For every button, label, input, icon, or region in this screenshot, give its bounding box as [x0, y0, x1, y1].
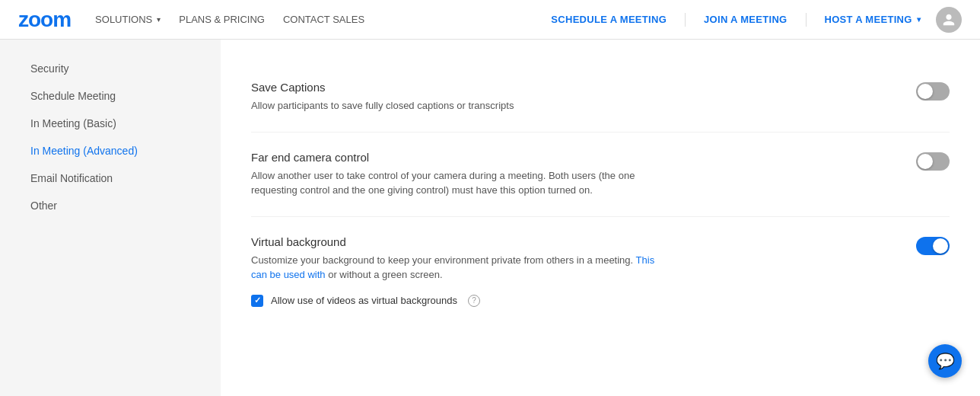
save-captions-toggle-container: [916, 81, 950, 101]
virtual-background-toggle[interactable]: [916, 237, 950, 255]
save-captions-title: Save Captions: [251, 81, 886, 94]
setting-save-captions: Save Captions Allow participants to save…: [251, 62, 950, 133]
header-right: SCHEDULE A MEETING JOIN A MEETING HOST A…: [551, 7, 962, 33]
setting-save-captions-info: Save Captions Allow participants to save…: [251, 81, 916, 113]
virtual-background-toggle-knob: [933, 238, 948, 254]
virtual-background-toggle-container: [916, 235, 950, 255]
zoom-logo[interactable]: zoom: [18, 8, 71, 32]
far-end-camera-toggle[interactable]: [916, 152, 950, 171]
far-end-camera-toggle-container: [916, 151, 950, 171]
host-meeting-link[interactable]: HOST A MEETING ▾: [825, 14, 921, 25]
sidebar-item-in-meeting-advanced[interactable]: In Meeting (Advanced): [0, 137, 221, 164]
avatar[interactable]: [936, 7, 962, 33]
main-nav: SOLUTIONS ▾ PLANS & PRICING CONTACT SALE…: [95, 14, 364, 25]
save-captions-toggle-knob: [918, 84, 933, 99]
sidebar-item-other[interactable]: Other: [0, 192, 221, 219]
sidebar-item-security[interactable]: Security: [0, 55, 221, 82]
header-left: zoom SOLUTIONS ▾ PLANS & PRICING CONTACT…: [18, 8, 364, 32]
solutions-dropdown-icon: ▾: [157, 15, 161, 24]
sidebar-item-in-meeting-basic[interactable]: In Meeting (Basic): [0, 110, 221, 137]
sidebar: Security Schedule Meeting In Meeting (Ba…: [0, 40, 221, 396]
setting-far-end-camera-info: Far end camera control Allow another use…: [251, 151, 916, 198]
divider: [685, 13, 686, 27]
far-end-camera-toggle-knob: [918, 154, 933, 169]
host-dropdown-icon: ▾: [917, 15, 921, 24]
chat-fab-button[interactable]: 💬: [928, 344, 962, 378]
videos-as-backgrounds-checkbox[interactable]: ✓: [251, 295, 263, 307]
virtual-background-desc: Customize your background to keep your e…: [251, 253, 670, 283]
nav-solutions[interactable]: SOLUTIONS ▾: [95, 14, 161, 25]
far-end-camera-desc: Allow another user to take control of yo…: [251, 168, 670, 198]
setting-far-end-camera: Far end camera control Allow another use…: [251, 133, 950, 217]
sidebar-item-schedule-meeting[interactable]: Schedule Meeting: [0, 82, 221, 110]
header: zoom SOLUTIONS ▾ PLANS & PRICING CONTACT…: [0, 0, 980, 40]
schedule-meeting-link[interactable]: SCHEDULE A MEETING: [551, 14, 667, 25]
far-end-camera-title: Far end camera control: [251, 151, 886, 164]
divider2: [806, 13, 807, 27]
page-container: Security Schedule Meeting In Meeting (Ba…: [0, 40, 980, 396]
virtual-background-title: Virtual background: [251, 235, 886, 248]
join-meeting-link[interactable]: JOIN A MEETING: [704, 14, 787, 25]
nav-contact-sales[interactable]: CONTACT SALES: [283, 14, 364, 25]
nav-plans-pricing[interactable]: PLANS & PRICING: [179, 14, 265, 25]
setting-virtual-background: Virtual background Customize your backgr…: [251, 217, 950, 325]
setting-virtual-background-info: Virtual background Customize your backgr…: [251, 235, 916, 307]
videos-as-backgrounds-row: ✓ Allow use of videos as virtual backgro…: [251, 295, 886, 307]
save-captions-desc: Allow participants to save fully closed …: [251, 98, 670, 113]
main-content: Save Captions Allow participants to save…: [221, 40, 980, 396]
save-captions-toggle[interactable]: [916, 82, 950, 101]
checkbox-check-icon: ✓: [254, 295, 261, 305]
videos-as-backgrounds-label: Allow use of videos as virtual backgroun…: [271, 295, 457, 306]
sidebar-item-email-notification[interactable]: Email Notification: [0, 164, 221, 192]
chat-icon: 💬: [936, 352, 955, 370]
help-icon[interactable]: ?: [468, 295, 480, 307]
